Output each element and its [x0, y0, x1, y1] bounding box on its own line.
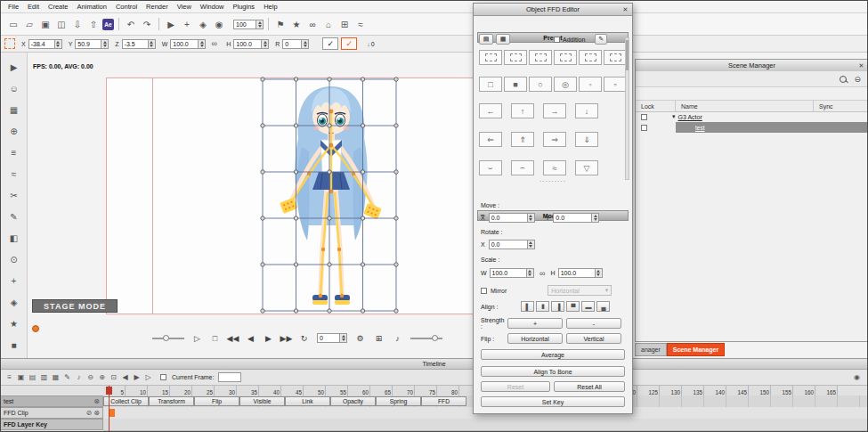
move-icon[interactable]: +: [180, 17, 194, 31]
lock-checkbox[interactable]: [641, 114, 647, 120]
zoom-in-icon[interactable]: ⊕: [97, 372, 107, 382]
height-input[interactable]: 100.0: [233, 39, 262, 49]
lock-checkbox[interactable]: [641, 125, 647, 131]
copy-icon[interactable]: ▥: [39, 372, 49, 382]
motion-tool-icon[interactable]: ≈: [6, 167, 21, 182]
y-spinner[interactable]: [101, 39, 109, 49]
next-frame-button[interactable]: ▶: [263, 332, 274, 344]
align-to-bone-button[interactable]: Align To Bone: [481, 366, 625, 377]
menu-item[interactable]: Edit: [23, 3, 44, 11]
first-frame-button[interactable]: ◀◀: [227, 332, 239, 344]
mirror-direction-dropdown[interactable]: Horizontal ▾: [548, 285, 612, 296]
track-list-icon[interactable]: ≡: [4, 372, 14, 382]
collect-clip-icon[interactable]: ▤: [28, 372, 37, 382]
rotation-input[interactable]: 0: [282, 39, 302, 49]
ffd-preset-arrow-left[interactable]: ←: [479, 103, 502, 118]
actor-node-label[interactable]: G3 Actor: [678, 114, 702, 120]
ffd-preset-pinch-right[interactable]: ⇒: [543, 132, 566, 147]
select-tool-icon[interactable]: ▶: [6, 60, 21, 75]
bone-tool-icon[interactable]: ⊕: [6, 124, 21, 139]
ffd-preset-solid[interactable]: ■: [504, 77, 527, 92]
track-category-button[interactable]: Visible: [239, 396, 285, 406]
last-frame-button[interactable]: ▶▶: [280, 332, 292, 344]
tl-play-icon[interactable]: ▷: [143, 372, 153, 382]
align-middle-icon[interactable]: ▬: [581, 301, 595, 312]
track-category-button[interactable]: Transform: [149, 396, 194, 406]
visibility-eye-icon[interactable]: ◉: [852, 372, 862, 382]
home-icon[interactable]: ⌂: [321, 17, 336, 31]
play-button[interactable]: ▷: [191, 332, 203, 344]
track-label-test[interactable]: test ⊗: [1, 395, 103, 407]
ffd-preset-pinch-left[interactable]: ⇐: [479, 132, 502, 147]
grid-icon[interactable]: ⊞: [337, 17, 352, 31]
ffd-preset-bottom[interactable]: [529, 50, 552, 65]
settings-gear-icon[interactable]: ⚙: [354, 332, 366, 344]
layer-tool-icon[interactable]: ≡: [6, 145, 21, 160]
save-preset-button[interactable]: ▦: [496, 34, 510, 45]
ffd-preset-corner[interactable]: [604, 50, 627, 65]
face-tool-icon[interactable]: ☺: [6, 81, 21, 96]
addition-checkbox[interactable]: [554, 37, 560, 43]
pen-tool-icon[interactable]: ✎: [6, 209, 21, 224]
frame-spinner[interactable]: [340, 333, 347, 343]
menu-item[interactable]: Help: [259, 3, 281, 11]
camera-tool-icon[interactable]: ◈: [6, 295, 21, 310]
paste-icon[interactable]: ▦: [51, 372, 61, 382]
edit-preset-button[interactable]: ✎: [595, 34, 607, 45]
flip-vertical-button[interactable]: Vertical: [566, 333, 621, 344]
ffd-preset-square[interactable]: □: [479, 77, 502, 92]
align-left-icon[interactable]: ▌: [521, 301, 534, 312]
undo-icon[interactable]: ↶: [124, 17, 138, 31]
preset-scrollbar[interactable]: [625, 37, 629, 180]
close-icon[interactable]: ✕: [857, 61, 865, 69]
zoom-tool-icon[interactable]: ⊙: [6, 252, 21, 267]
ffd-clip-block[interactable]: [110, 409, 115, 417]
track-label-ffd-layer-key[interactable]: FFD Layer Key: [1, 419, 103, 430]
loop-button[interactable]: ↻: [298, 332, 310, 344]
volume-slider[interactable]: [410, 338, 442, 339]
remove-track-icon[interactable]: ⊗: [93, 397, 100, 405]
sprite-tool-icon[interactable]: ▦: [6, 102, 21, 118]
camera-icon[interactable]: ◈: [196, 17, 210, 31]
save-project-icon[interactable]: ▣: [38, 17, 53, 31]
track-area[interactable]: [103, 419, 867, 431]
track-category-button[interactable]: Link: [285, 396, 330, 406]
z-spinner[interactable]: [149, 39, 156, 49]
stamp-tool-icon[interactable]: ★: [6, 316, 21, 331]
curve-icon[interactable]: ≈: [353, 17, 368, 31]
menu-item[interactable]: Control: [111, 3, 142, 11]
close-icon[interactable]: ✕: [621, 5, 629, 13]
y-position-input[interactable]: 50.9: [75, 39, 101, 49]
align-top-icon[interactable]: ▀: [566, 301, 580, 312]
scale-w-spinner[interactable]: [527, 268, 534, 278]
menu-item[interactable]: Animation: [73, 3, 111, 11]
redo-icon[interactable]: ↷: [140, 17, 154, 31]
playhead-line[interactable]: [109, 386, 110, 431]
ffd-preset-free[interactable]: [479, 50, 502, 65]
ffd-preset-arc-down[interactable]: ⌢: [511, 160, 534, 175]
ffd-preset-arrow-down[interactable]: ↓: [575, 103, 598, 118]
ffd-dialog-titlebar[interactable]: Object FFD Editor ✕: [474, 4, 632, 16]
search-icon[interactable]: [840, 76, 847, 83]
opacity-value-input[interactable]: 100: [233, 20, 256, 29]
scene-row-g3actor[interactable]: ▾ G3 Actor: [636, 111, 868, 122]
tab-manager-partial[interactable]: anager: [635, 343, 667, 356]
ffd-preset-taper[interactable]: ▽: [575, 160, 598, 175]
opacity-spinner[interactable]: [256, 20, 264, 29]
ffd-preset-dot[interactable]: ◦: [579, 77, 602, 92]
zoom-out-icon[interactable]: ⊖: [85, 372, 95, 382]
tab-scene-manager[interactable]: Scene Manager: [667, 343, 725, 356]
reset-button[interactable]: Reset: [481, 381, 550, 392]
x-position-input[interactable]: -38.4: [28, 39, 55, 49]
timeline-scrub-slider[interactable]: [152, 338, 184, 339]
w-spinner[interactable]: [199, 39, 206, 49]
strength-plus-button[interactable]: +: [507, 318, 563, 329]
zoom-fit-icon[interactable]: ⊡: [109, 372, 118, 382]
track-label-ffd-clip[interactable]: FFD Clip ⊘ ⊗: [1, 407, 103, 419]
column-name[interactable]: Name: [676, 101, 814, 111]
move-y-spinner[interactable]: [592, 213, 599, 223]
column-lock[interactable]: Lock: [636, 101, 676, 111]
open-project-icon[interactable]: ▱: [22, 17, 37, 31]
grid-toggle-icon[interactable]: ⊞: [373, 332, 385, 344]
ffd-preset-pinch-down[interactable]: ⇓: [575, 132, 598, 147]
